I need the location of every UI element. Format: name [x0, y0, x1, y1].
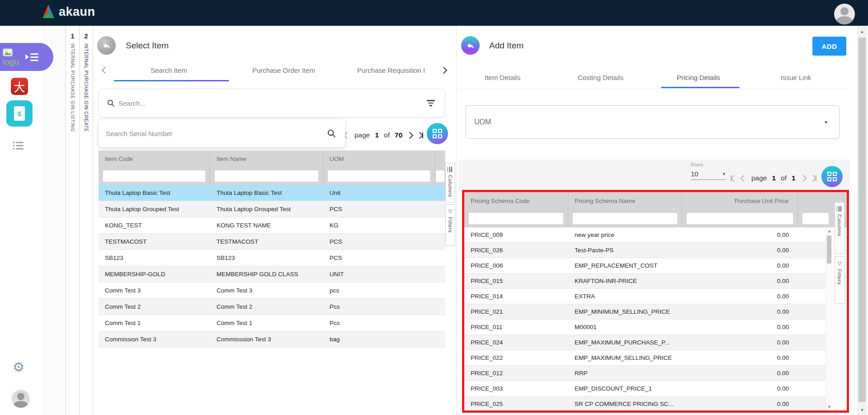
last-page-button[interactable]: [417, 132, 423, 138]
grid-view-button[interactable]: [821, 166, 843, 187]
tabs-scroll-left-icon[interactable]: [102, 67, 109, 74]
add-button[interactable]: ADD: [812, 37, 846, 56]
tab-purchase-requisition-item[interactable]: Purchase Requisition I: [357, 66, 438, 74]
table-row[interactable]: Comm Test 2Comm Test 2Pcs: [99, 299, 445, 315]
table-cell: 0.00: [682, 231, 798, 238]
tab-purchase-order-item[interactable]: Purchase Order Item: [252, 66, 315, 74]
tab-item-details[interactable]: Item Details: [485, 74, 520, 81]
table-cell: PRICE_009: [464, 231, 568, 238]
table-row[interactable]: Thuta Laptop Basic TestThuta Laptop Basi…: [99, 185, 445, 201]
table-row[interactable]: TESTMACOSTTESTMACOSTPCS: [99, 234, 445, 250]
tabs-scroll-right-icon[interactable]: [440, 67, 448, 74]
scroll-down-icon[interactable]: ▼: [857, 408, 867, 412]
next-page-button[interactable]: [407, 133, 412, 138]
table-row[interactable]: PRICE_003EMP_DISCOUNT_PRICE_10.00: [464, 381, 826, 396]
table-row[interactable]: PRICE_025SR CP COMMERCE PRICING SC...0.0…: [464, 396, 826, 412]
window-tab-label: INTERNAL PURCHASE GIN CREATE: [84, 43, 89, 132]
column-header-pricing-schema-name[interactable]: Pricing Schema Name: [568, 192, 682, 209]
window-tab-gin-create[interactable]: 2 INTERNAL PURCHASE GIN CREATE: [79, 26, 93, 415]
table-row[interactable]: Commission Test 3Commisssion Test 3bag: [99, 331, 445, 348]
columns-rail-tab[interactable]: Columns: [445, 163, 455, 203]
table-row[interactable]: PRICE_024EMP_MAXIMUM_PURCHASE_P...0.00: [464, 335, 826, 350]
scroll-down-icon[interactable]: ▼: [826, 405, 833, 409]
filter-input-extra[interactable]: [802, 213, 829, 224]
table-row[interactable]: PRICE_026Test-Paste-PS0.00: [464, 243, 826, 258]
table-row[interactable]: PRICE_006EMP_REPLACEMENT_COST0.00: [464, 258, 826, 274]
column-header-pricing-schema-code[interactable]: Pricing Schema Code: [464, 192, 568, 209]
table-row[interactable]: Comm Test 1Comm Test 1Pcs: [99, 315, 445, 331]
prev-page-button[interactable]: [741, 176, 746, 181]
uom-dropdown[interactable]: UOM ▼: [466, 105, 840, 139]
columns-rail-tab[interactable]: Columns: [835, 202, 844, 254]
prev-page-button[interactable]: [344, 133, 349, 138]
tenant-logo-banner[interactable]: logo: [0, 43, 53, 71]
filters-rail-tab[interactable]: ▽ Filters: [445, 204, 455, 246]
filter-input-schema-name[interactable]: [573, 213, 677, 224]
filter-input-item-name[interactable]: [215, 170, 318, 182]
search-box[interactable]: Search...: [99, 89, 445, 118]
filter-input-item-code[interactable]: [103, 170, 205, 182]
filter-input-uom[interactable]: [328, 170, 430, 182]
table-cell: KRAFTON-INR-PRICE: [568, 278, 682, 284]
rows-per-page-selector[interactable]: Rows 10 ▼: [691, 162, 726, 180]
table-cell: TESTMACOST: [99, 238, 210, 245]
page-scrollbar[interactable]: ▲ ▼: [857, 26, 867, 415]
table-row[interactable]: PRICE_014EXTRA0.00: [464, 289, 826, 304]
table-cell: Comm Test 3: [99, 287, 210, 294]
current-page: 1: [772, 174, 776, 182]
table-row[interactable]: PRICE_015KRAFTON-INR-PRICE0.00: [464, 274, 826, 289]
filter-input-extra[interactable]: [436, 170, 444, 182]
table-cell: PRICE_011: [464, 324, 568, 330]
window-tab-gin-listing[interactable]: 1 INTERNAL PURCHASE GIN LISTING: [66, 26, 80, 415]
scroll-thumb[interactable]: [827, 236, 831, 264]
next-page-button[interactable]: [801, 176, 806, 181]
table-row[interactable]: MEMBERSHIP-GOLDMEMBERSHIP GOLD CLASSUNIT: [99, 266, 445, 283]
first-page-button[interactable]: [731, 175, 736, 181]
settings-gear-icon[interactable]: ⚙: [13, 361, 24, 374]
user-avatar[interactable]: [834, 4, 855, 24]
serial-number-search-box[interactable]: Search Serial Number: [99, 119, 345, 147]
tab-search-item[interactable]: Search Item: [151, 66, 187, 74]
column-header-item-name[interactable]: Item Name: [210, 151, 323, 167]
menu-open-icon[interactable]: [25, 53, 38, 61]
table-row[interactable]: PRICE_021EMP_MINIMUM_SELLING_PRICE0.00: [464, 304, 826, 320]
tab-costing-details[interactable]: Costing Details: [578, 74, 623, 81]
column-header-uom[interactable]: UOM: [323, 151, 435, 167]
filters-rail-tab[interactable]: ▽ Filters: [835, 256, 844, 304]
total-pages: 1: [792, 174, 796, 182]
column-header-purchase-unit-price[interactable]: Purchase Unit Price: [682, 192, 798, 209]
select-item-back-button[interactable]: [97, 36, 116, 55]
add-item-back-button[interactable]: [461, 36, 480, 55]
grid-view-button[interactable]: [427, 123, 448, 144]
columns-icon: [837, 206, 842, 212]
filter-input-schema-code[interactable]: [469, 213, 563, 224]
profile-icon[interactable]: [12, 390, 30, 408]
scroll-thumb[interactable]: [859, 38, 866, 402]
scroll-up-icon[interactable]: ▲: [857, 29, 867, 34]
teal-app-icon[interactable]: $: [6, 100, 33, 127]
table-row[interactable]: Comm Test 3Comm Test 3pcs: [99, 283, 445, 299]
scroll-up-icon[interactable]: ▲: [826, 229, 833, 233]
search-icon[interactable]: [327, 129, 336, 138]
table-row[interactable]: PRICE_012RRP0.00: [464, 366, 826, 381]
tab-pricing-details[interactable]: Pricing Details: [677, 74, 720, 81]
current-page: 1: [375, 131, 379, 139]
table-row[interactable]: Thuta Laptop Grouped TestThuta Laptop Gr…: [99, 201, 445, 217]
last-page-button[interactable]: [811, 175, 816, 181]
pricing-table-scrollbar[interactable]: ▲ ▼: [826, 227, 833, 410]
tab-issue-link[interactable]: Issue Link: [781, 74, 811, 81]
table-cell: 0.00: [682, 247, 798, 254]
filter-list-icon[interactable]: [427, 100, 435, 106]
table-cell: 0.00: [682, 262, 798, 269]
table-row[interactable]: PRICE_022EMP_MAXIMUM_SELLING_PRICE0.00: [464, 350, 826, 366]
table-row[interactable]: PRICE_011M000010.00: [464, 320, 826, 335]
list-icon[interactable]: [13, 141, 24, 150]
filter-input-unit-price[interactable]: [687, 213, 793, 224]
column-header-item-code[interactable]: Item Code: [99, 151, 210, 167]
brand-logo[interactable]: akaun: [42, 4, 95, 19]
table-row[interactable]: SB123SB123PCS: [99, 250, 445, 266]
table-row[interactable]: KONG_TESTKONG TEST NAMEKG: [99, 217, 445, 234]
table-row[interactable]: PRICE_009new year price0.00: [464, 227, 826, 243]
red-app-icon[interactable]: 大: [11, 78, 28, 95]
table-cell: 0.00: [682, 370, 798, 377]
